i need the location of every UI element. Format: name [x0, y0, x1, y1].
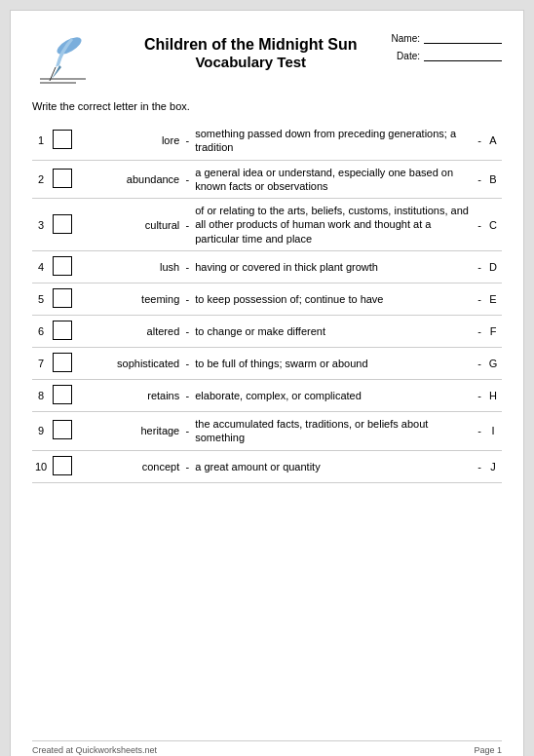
definition-text: to change or make different — [192, 316, 475, 348]
answer-box[interactable] — [53, 456, 72, 475]
name-field — [424, 32, 502, 44]
table-row: 10 concept - a great amount or quantity … — [32, 450, 502, 482]
definition-text: a general idea or understand, especially… — [192, 160, 475, 199]
svg-point-0 — [55, 34, 84, 57]
vocab-word: lush — [75, 251, 182, 284]
date-field — [424, 50, 502, 61]
answer-box[interactable] — [53, 420, 72, 439]
left-dash: - — [182, 122, 192, 160]
right-dash: - — [475, 450, 484, 482]
left-dash: - — [182, 251, 192, 284]
vocab-word: heritage — [75, 412, 182, 451]
answer-box[interactable] — [53, 256, 72, 276]
footer: Created at Quickworksheets.net Page 1 — [32, 740, 502, 755]
answer-box-cell[interactable] — [50, 412, 75, 451]
answer-box[interactable] — [53, 321, 72, 340]
vocab-word: sophisticated — [75, 348, 182, 380]
page: Children of the Midnight Sun Vocabulary … — [10, 10, 524, 756]
answer-box-cell[interactable] — [50, 316, 75, 348]
date-line: Date: — [397, 50, 502, 61]
left-dash: - — [182, 284, 192, 316]
vocab-word: altered — [75, 316, 182, 348]
right-dash: - — [475, 199, 484, 251]
answer-box-cell[interactable] — [50, 450, 75, 482]
row-number: 5 — [32, 284, 50, 316]
answer-box[interactable] — [53, 385, 72, 404]
vocab-word: lore — [75, 122, 182, 160]
left-dash: - — [182, 412, 192, 451]
vocab-table: 1 lore - something passed down from prec… — [32, 122, 502, 483]
name-line: Name: — [392, 32, 502, 44]
letter-label: H — [484, 380, 502, 412]
definition-text: a great amount or quantity — [192, 450, 475, 482]
table-row: 5 teeming - to keep possession of; conti… — [32, 284, 502, 316]
answer-box-cell[interactable] — [50, 160, 75, 199]
letter-label: J — [484, 450, 502, 482]
row-number: 7 — [32, 348, 50, 380]
row-number: 6 — [32, 316, 50, 348]
answer-box-cell[interactable] — [50, 284, 75, 316]
row-number: 9 — [32, 412, 50, 451]
left-dash: - — [182, 199, 192, 251]
definition-text: to be full of things; swarm or abound — [192, 348, 475, 380]
name-date-area: Name: Date: — [392, 28, 502, 61]
answer-box[interactable] — [53, 288, 72, 308]
vocab-word: retains — [75, 380, 182, 412]
definition-text: elaborate, complex, or complicated — [192, 380, 475, 412]
footer-left: Created at Quickworksheets.net — [32, 745, 157, 755]
answer-box[interactable] — [53, 214, 72, 234]
letter-label: E — [484, 284, 502, 316]
letter-label: B — [484, 160, 502, 199]
row-number: 10 — [32, 450, 50, 482]
definition-text: having or covered in thick plant growth — [192, 251, 475, 284]
letter-label: D — [484, 251, 502, 284]
vocab-word: teeming — [75, 284, 182, 316]
right-dash: - — [475, 284, 484, 316]
right-dash: - — [475, 160, 484, 199]
instructions: Write the correct letter in the box. — [32, 100, 502, 112]
row-number: 3 — [32, 199, 50, 251]
header: Children of the Midnight Sun Vocabulary … — [32, 28, 502, 91]
answer-box[interactable] — [53, 130, 72, 149]
left-dash: - — [182, 380, 192, 412]
vocab-word: cultural — [75, 199, 182, 251]
right-dash: - — [475, 251, 484, 284]
left-dash: - — [182, 450, 192, 482]
definition-text: the accumulated facts, traditions, or be… — [192, 412, 475, 451]
right-dash: - — [475, 380, 484, 412]
right-dash: - — [475, 316, 484, 348]
answer-box-cell[interactable] — [50, 348, 75, 380]
definition-text: something passed down from preceding gen… — [192, 122, 475, 160]
right-dash: - — [475, 348, 484, 380]
title-line1: Children of the Midnight Sun — [110, 36, 392, 54]
answer-box-cell[interactable] — [50, 122, 75, 160]
table-row: 2 abundance - a general idea or understa… — [32, 160, 502, 199]
answer-box-cell[interactable] — [50, 380, 75, 412]
answer-box-cell[interactable] — [50, 199, 75, 251]
table-row: 1 lore - something passed down from prec… — [32, 122, 502, 160]
left-dash: - — [182, 160, 192, 199]
left-dash: - — [182, 348, 192, 380]
row-number: 4 — [32, 251, 50, 284]
answer-box-cell[interactable] — [50, 251, 75, 284]
title-line2: Vocabulary Test — [110, 54, 392, 70]
row-number: 1 — [32, 122, 50, 160]
title-area: Children of the Midnight Sun Vocabulary … — [110, 28, 392, 70]
right-dash: - — [475, 122, 484, 160]
logo-area — [32, 28, 110, 91]
vocab-word: concept — [75, 450, 182, 482]
table-row: 4 lush - having or covered in thick plan… — [32, 251, 502, 284]
date-label: Date: — [397, 51, 420, 61]
answer-box[interactable] — [53, 169, 72, 188]
letter-label: I — [484, 412, 502, 451]
row-number: 2 — [32, 160, 50, 199]
letter-label: F — [484, 316, 502, 348]
table-row: 6 altered - to change or make different … — [32, 316, 502, 348]
letter-label: C — [484, 199, 502, 251]
table-row: 7 sophisticated - to be full of things; … — [32, 348, 502, 380]
footer-right: Page 1 — [474, 745, 502, 755]
answer-box[interactable] — [53, 353, 72, 372]
row-number: 8 — [32, 380, 50, 412]
logo-icon — [32, 28, 100, 87]
letter-label: G — [484, 348, 502, 380]
